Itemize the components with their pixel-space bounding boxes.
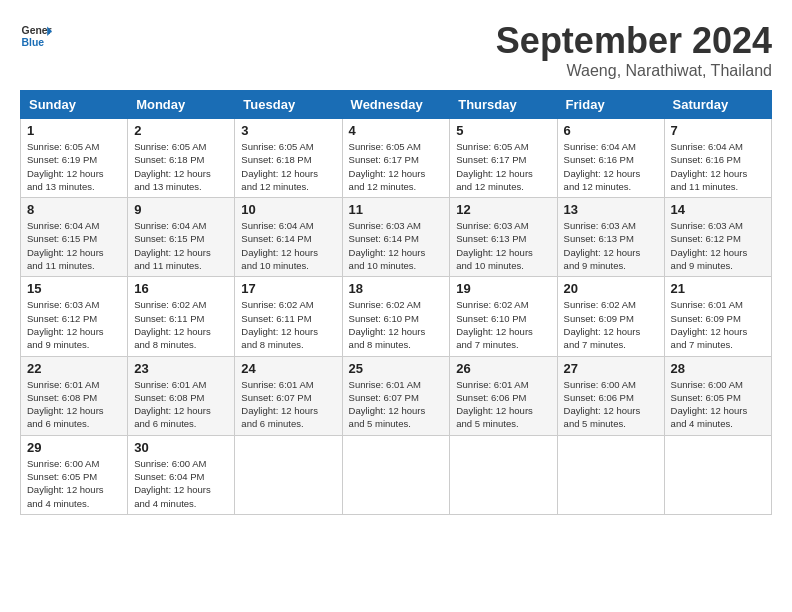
day-info: Sunrise: 6:04 AM Sunset: 6:14 PM Dayligh… — [241, 219, 335, 272]
day-number: 3 — [241, 123, 335, 138]
day-info: Sunrise: 6:01 AM Sunset: 6:08 PM Dayligh… — [27, 378, 121, 431]
day-number: 8 — [27, 202, 121, 217]
day-number: 16 — [134, 281, 228, 296]
day-info: Sunrise: 6:03 AM Sunset: 6:12 PM Dayligh… — [671, 219, 765, 272]
day-cell-5: 5 Sunrise: 6:05 AM Sunset: 6:17 PM Dayli… — [450, 119, 557, 198]
day-cell-7: 7 Sunrise: 6:04 AM Sunset: 6:16 PM Dayli… — [664, 119, 771, 198]
day-number: 11 — [349, 202, 444, 217]
day-number: 26 — [456, 361, 550, 376]
svg-text:Blue: Blue — [22, 37, 45, 48]
day-info: Sunrise: 6:03 AM Sunset: 6:14 PM Dayligh… — [349, 219, 444, 272]
day-info: Sunrise: 6:04 AM Sunset: 6:16 PM Dayligh… — [671, 140, 765, 193]
day-info: Sunrise: 6:05 AM Sunset: 6:18 PM Dayligh… — [134, 140, 228, 193]
empty-cell — [664, 435, 771, 514]
day-number: 6 — [564, 123, 658, 138]
day-number: 9 — [134, 202, 228, 217]
day-info: Sunrise: 6:02 AM Sunset: 6:11 PM Dayligh… — [241, 298, 335, 351]
col-monday: Monday — [128, 91, 235, 119]
day-cell-26: 26 Sunrise: 6:01 AM Sunset: 6:06 PM Dayl… — [450, 356, 557, 435]
day-cell-14: 14 Sunrise: 6:03 AM Sunset: 6:12 PM Dayl… — [664, 198, 771, 277]
day-info: Sunrise: 6:03 AM Sunset: 6:13 PM Dayligh… — [456, 219, 550, 272]
day-cell-19: 19 Sunrise: 6:02 AM Sunset: 6:10 PM Dayl… — [450, 277, 557, 356]
day-cell-28: 28 Sunrise: 6:00 AM Sunset: 6:05 PM Dayl… — [664, 356, 771, 435]
day-cell-1: 1 Sunrise: 6:05 AM Sunset: 6:19 PM Dayli… — [21, 119, 128, 198]
day-cell-29: 29 Sunrise: 6:00 AM Sunset: 6:05 PM Dayl… — [21, 435, 128, 514]
col-wednesday: Wednesday — [342, 91, 450, 119]
day-info: Sunrise: 6:05 AM Sunset: 6:17 PM Dayligh… — [456, 140, 550, 193]
day-info: Sunrise: 6:05 AM Sunset: 6:18 PM Dayligh… — [241, 140, 335, 193]
day-number: 17 — [241, 281, 335, 296]
day-info: Sunrise: 6:00 AM Sunset: 6:04 PM Dayligh… — [134, 457, 228, 510]
day-number: 29 — [27, 440, 121, 455]
day-info: Sunrise: 6:03 AM Sunset: 6:12 PM Dayligh… — [27, 298, 121, 351]
day-cell-15: 15 Sunrise: 6:03 AM Sunset: 6:12 PM Dayl… — [21, 277, 128, 356]
day-cell-17: 17 Sunrise: 6:02 AM Sunset: 6:11 PM Dayl… — [235, 277, 342, 356]
day-info: Sunrise: 6:00 AM Sunset: 6:05 PM Dayligh… — [671, 378, 765, 431]
day-number: 12 — [456, 202, 550, 217]
day-number: 20 — [564, 281, 658, 296]
day-number: 24 — [241, 361, 335, 376]
day-number: 28 — [671, 361, 765, 376]
day-cell-4: 4 Sunrise: 6:05 AM Sunset: 6:17 PM Dayli… — [342, 119, 450, 198]
col-tuesday: Tuesday — [235, 91, 342, 119]
day-info: Sunrise: 6:01 AM Sunset: 6:08 PM Dayligh… — [134, 378, 228, 431]
day-cell-2: 2 Sunrise: 6:05 AM Sunset: 6:18 PM Dayli… — [128, 119, 235, 198]
day-cell-27: 27 Sunrise: 6:00 AM Sunset: 6:06 PM Dayl… — [557, 356, 664, 435]
day-number: 25 — [349, 361, 444, 376]
day-number: 1 — [27, 123, 121, 138]
day-info: Sunrise: 6:05 AM Sunset: 6:19 PM Dayligh… — [27, 140, 121, 193]
day-number: 14 — [671, 202, 765, 217]
day-cell-23: 23 Sunrise: 6:01 AM Sunset: 6:08 PM Dayl… — [128, 356, 235, 435]
col-saturday: Saturday — [664, 91, 771, 119]
day-info: Sunrise: 6:04 AM Sunset: 6:16 PM Dayligh… — [564, 140, 658, 193]
day-info: Sunrise: 6:00 AM Sunset: 6:05 PM Dayligh… — [27, 457, 121, 510]
day-number: 21 — [671, 281, 765, 296]
empty-cell — [235, 435, 342, 514]
day-cell-22: 22 Sunrise: 6:01 AM Sunset: 6:08 PM Dayl… — [21, 356, 128, 435]
day-info: Sunrise: 6:01 AM Sunset: 6:06 PM Dayligh… — [456, 378, 550, 431]
day-number: 13 — [564, 202, 658, 217]
day-number: 5 — [456, 123, 550, 138]
logo: General Blue — [20, 20, 52, 52]
day-number: 2 — [134, 123, 228, 138]
day-info: Sunrise: 6:01 AM Sunset: 6:07 PM Dayligh… — [241, 378, 335, 431]
day-info: Sunrise: 6:02 AM Sunset: 6:09 PM Dayligh… — [564, 298, 658, 351]
day-number: 7 — [671, 123, 765, 138]
day-cell-12: 12 Sunrise: 6:03 AM Sunset: 6:13 PM Dayl… — [450, 198, 557, 277]
day-cell-3: 3 Sunrise: 6:05 AM Sunset: 6:18 PM Dayli… — [235, 119, 342, 198]
empty-cell — [557, 435, 664, 514]
day-cell-13: 13 Sunrise: 6:03 AM Sunset: 6:13 PM Dayl… — [557, 198, 664, 277]
location-title: Waeng, Narathiwat, Thailand — [496, 62, 772, 80]
day-number: 23 — [134, 361, 228, 376]
day-cell-6: 6 Sunrise: 6:04 AM Sunset: 6:16 PM Dayli… — [557, 119, 664, 198]
day-number: 15 — [27, 281, 121, 296]
col-thursday: Thursday — [450, 91, 557, 119]
col-friday: Friday — [557, 91, 664, 119]
day-cell-25: 25 Sunrise: 6:01 AM Sunset: 6:07 PM Dayl… — [342, 356, 450, 435]
day-info: Sunrise: 6:01 AM Sunset: 6:09 PM Dayligh… — [671, 298, 765, 351]
day-cell-11: 11 Sunrise: 6:03 AM Sunset: 6:14 PM Dayl… — [342, 198, 450, 277]
day-number: 30 — [134, 440, 228, 455]
month-title: September 2024 — [496, 20, 772, 62]
day-cell-10: 10 Sunrise: 6:04 AM Sunset: 6:14 PM Dayl… — [235, 198, 342, 277]
day-info: Sunrise: 6:01 AM Sunset: 6:07 PM Dayligh… — [349, 378, 444, 431]
day-cell-18: 18 Sunrise: 6:02 AM Sunset: 6:10 PM Dayl… — [342, 277, 450, 356]
title-area: September 2024 Waeng, Narathiwat, Thaila… — [496, 20, 772, 80]
day-info: Sunrise: 6:04 AM Sunset: 6:15 PM Dayligh… — [134, 219, 228, 272]
calendar: Sunday Monday Tuesday Wednesday Thursday… — [20, 90, 772, 515]
day-info: Sunrise: 6:02 AM Sunset: 6:10 PM Dayligh… — [349, 298, 444, 351]
day-number: 4 — [349, 123, 444, 138]
day-number: 19 — [456, 281, 550, 296]
day-cell-8: 8 Sunrise: 6:04 AM Sunset: 6:15 PM Dayli… — [21, 198, 128, 277]
day-cell-24: 24 Sunrise: 6:01 AM Sunset: 6:07 PM Dayl… — [235, 356, 342, 435]
day-info: Sunrise: 6:00 AM Sunset: 6:06 PM Dayligh… — [564, 378, 658, 431]
day-cell-30: 30 Sunrise: 6:00 AM Sunset: 6:04 PM Dayl… — [128, 435, 235, 514]
day-number: 10 — [241, 202, 335, 217]
day-cell-21: 21 Sunrise: 6:01 AM Sunset: 6:09 PM Dayl… — [664, 277, 771, 356]
day-cell-20: 20 Sunrise: 6:02 AM Sunset: 6:09 PM Dayl… — [557, 277, 664, 356]
day-cell-9: 9 Sunrise: 6:04 AM Sunset: 6:15 PM Dayli… — [128, 198, 235, 277]
day-info: Sunrise: 6:02 AM Sunset: 6:11 PM Dayligh… — [134, 298, 228, 351]
day-number: 22 — [27, 361, 121, 376]
day-info: Sunrise: 6:04 AM Sunset: 6:15 PM Dayligh… — [27, 219, 121, 272]
day-number: 27 — [564, 361, 658, 376]
